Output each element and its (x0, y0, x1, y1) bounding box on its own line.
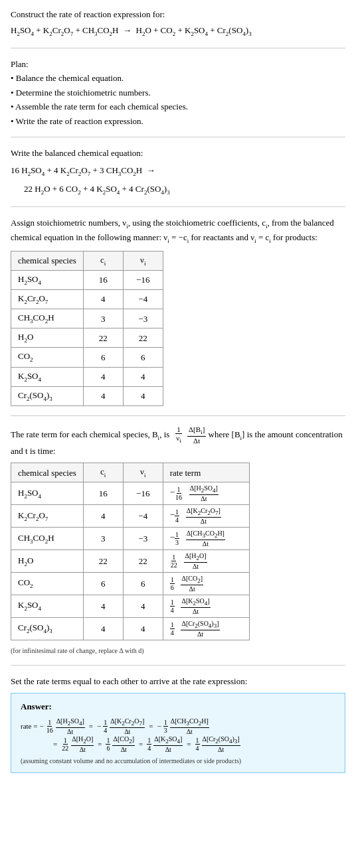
stoichiometry-table-wrapper: chemical species ci νi H2SO4 16 −16 K2Cr… (11, 251, 345, 406)
set-rate-label: Set the rate terms equal to each other t… (11, 675, 345, 688)
table-row: K2Cr2O7 4 −4 (11, 290, 163, 309)
rt-col-species-header: chemical species (11, 463, 84, 482)
vi-cell: 6 (123, 348, 163, 367)
answer-section: Set the rate terms equal to each other t… (11, 675, 345, 773)
rt-species: K2SO4 (11, 595, 84, 617)
plan-section: Plan: • Balance the chemical equation. •… (11, 58, 345, 128)
rt-ci: 4 (83, 617, 123, 640)
ci-cell: 22 (83, 328, 123, 348)
table-row: CH3CO2H 3 −3 (11, 309, 163, 328)
rt-col-ci-header: ci (83, 463, 123, 482)
vi-cell: 4 (123, 367, 163, 386)
ci-cell: 16 (83, 271, 123, 290)
ci-cell: 3 (83, 309, 123, 328)
rt-ci: 6 (83, 573, 123, 595)
table-row: CH3CO2H 3 −3 −13 Δ[CH3CO2H]Δt (11, 528, 250, 550)
answer-box: Answer: rate = −116 Δ[H2SO4]Δt = −14 Δ[K… (11, 693, 345, 772)
table-row: CO2 6 6 16 Δ[CO2]Δt (11, 573, 250, 595)
rt-col-vi-header: νi (123, 463, 163, 482)
rt-vi: −16 (123, 482, 163, 505)
rate-term-footnote: (for infinitesimal rate of change, repla… (11, 646, 345, 656)
divider-1 (11, 48, 345, 48)
balanced-eq-line1: 16 H2SO4 + 4 K2Cr2O7 + 3 CH3CO2H → (11, 164, 345, 179)
rt-ci: 16 (83, 482, 123, 505)
rt-rate: −14 Δ[K2Cr2O7]Δt (163, 505, 249, 528)
vi-cell: −4 (123, 290, 163, 309)
species-cell: H2SO4 (11, 271, 84, 290)
species-cell: CH3CO2H (11, 309, 84, 328)
rt-rate: −116 Δ[H2SO4]Δt (163, 482, 249, 505)
ci-cell: 4 (83, 386, 123, 405)
rt-species: CO2 (11, 573, 84, 595)
divider-3 (11, 206, 345, 207)
species-cell: CO2 (11, 348, 84, 367)
rt-ci: 22 (83, 550, 123, 573)
rt-ci: 3 (83, 528, 123, 550)
header-section: Construct the rate of reaction expressio… (11, 8, 345, 38)
answer-label: Answer: (21, 700, 335, 713)
col-species-header: chemical species (11, 251, 84, 270)
rt-rate: 122 Δ[H2O]Δt (163, 550, 249, 573)
answer-note: (assuming constant volume and no accumul… (21, 756, 335, 766)
vi-cell: −16 (123, 271, 163, 290)
rt-species: H2SO4 (11, 482, 84, 505)
table-row: CO2 6 6 (11, 348, 163, 367)
rt-ci: 4 (83, 595, 123, 617)
col-ci-header: ci (83, 251, 123, 270)
rt-rate: −13 Δ[CH3CO2H]Δt (163, 528, 249, 550)
rt-ci: 4 (83, 505, 123, 528)
table-row: H2SO4 16 −16 −116 Δ[H2SO4]Δt (11, 482, 250, 505)
rate-term-label: The rate term for each chemical species,… (11, 425, 345, 458)
species-cell: K2Cr2O7 (11, 290, 84, 309)
balanced-eq-section: Write the balanced chemical equation: 16… (11, 147, 345, 197)
rt-col-rate-header: rate term (163, 463, 249, 482)
table-row: K2Cr2O7 4 −4 −14 Δ[K2Cr2O7]Δt (11, 505, 250, 528)
divider-4 (11, 415, 345, 416)
plan-step-3: • Assemble the rate term for each chemic… (11, 100, 345, 113)
ci-cell: 6 (83, 348, 123, 367)
rt-rate: 14 Δ[Cr2(SO4)3]Δt (163, 617, 249, 640)
rt-vi: −4 (123, 505, 163, 528)
rt-species: H2O (11, 550, 84, 573)
plan-label: Plan: (11, 58, 345, 71)
vi-cell: 22 (123, 328, 163, 348)
rate-term-table-wrapper: chemical species ci νi rate term H2SO4 1… (11, 463, 345, 640)
rt-species: Cr2(SO4)3 (11, 617, 84, 640)
rt-species: CH3CO2H (11, 528, 84, 550)
rt-rate: 14 Δ[K2SO4]Δt (163, 595, 249, 617)
plan-step-4: • Write the rate of reaction expression. (11, 115, 345, 128)
vi-cell: 4 (123, 386, 163, 405)
rt-species: K2Cr2O7 (11, 505, 84, 528)
header-reaction: H2SO4 + K2Cr2O7 + CH3CO2H → H2O + CO2 + … (11, 24, 345, 38)
stoichiometry-section: Assign stoichiometric numbers, νi, using… (11, 216, 345, 406)
plan-step-1: • Balance the chemical equation. (11, 72, 345, 85)
rate-expression: rate = −116 Δ[H2SO4]Δt = −14 Δ[K2Cr2O7]Δ… (21, 717, 335, 753)
ci-cell: 4 (83, 367, 123, 386)
rate-term-section: The rate term for each chemical species,… (11, 425, 345, 656)
table-row: K2SO4 4 4 14 Δ[K2SO4]Δt (11, 595, 250, 617)
plan-step-2: • Determine the stoichiometric numbers. (11, 86, 345, 100)
balanced-eq-line2: 22 H2O + 6 CO2 + 4 K2SO4 + 4 Cr2(SO4)3 (11, 182, 345, 197)
rt-rate: 16 Δ[CO2]Δt (163, 573, 249, 595)
rt-vi: −3 (123, 528, 163, 550)
divider-2 (11, 137, 345, 137)
rt-vi: 4 (123, 617, 163, 640)
rate-label: rate = (21, 718, 37, 734)
table-row: Cr2(SO4)3 4 4 14 Δ[Cr2(SO4)3]Δt (11, 617, 250, 640)
stoichiometry-label: Assign stoichiometric numbers, νi, using… (11, 216, 345, 246)
header-title: Construct the rate of reaction expressio… (11, 8, 345, 21)
species-cell: Cr2(SO4)3 (11, 386, 84, 405)
rate-term-table: chemical species ci νi rate term H2SO4 1… (11, 463, 250, 640)
rt-vi: 6 (123, 573, 163, 595)
stoichiometry-table: chemical species ci νi H2SO4 16 −16 K2Cr… (11, 251, 163, 406)
col-vi-header: νi (123, 251, 163, 270)
ci-cell: 4 (83, 290, 123, 309)
table-row: K2SO4 4 4 (11, 367, 163, 386)
species-cell: H2O (11, 328, 84, 348)
table-row: H2O 22 22 122 Δ[H2O]Δt (11, 550, 250, 573)
divider-5 (11, 665, 345, 666)
vi-cell: −3 (123, 309, 163, 328)
table-row: Cr2(SO4)3 4 4 (11, 386, 163, 405)
species-cell: K2SO4 (11, 367, 84, 386)
rt-vi: 22 (123, 550, 163, 573)
